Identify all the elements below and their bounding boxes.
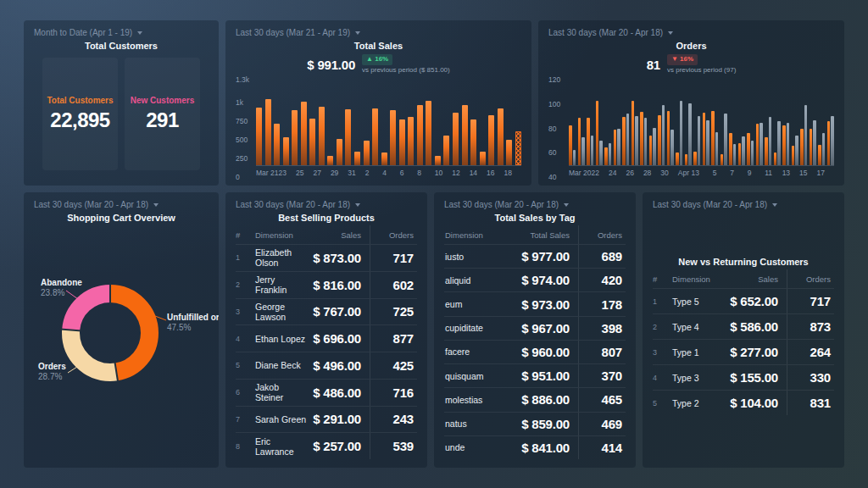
orders-bar-group[interactable] — [640, 80, 647, 165]
sales-bar[interactable] — [443, 136, 449, 165]
sales-bar[interactable] — [319, 107, 325, 165]
sales-bar[interactable] — [265, 99, 271, 165]
previous-period-bar[interactable] — [591, 136, 594, 165]
current-period-bar[interactable] — [800, 129, 804, 165]
orders-bar-group[interactable] — [792, 80, 798, 165]
orders-bar-group[interactable] — [703, 80, 709, 165]
orders-bar-group[interactable] — [782, 80, 789, 165]
current-period-bar[interactable] — [756, 124, 760, 165]
table-row[interactable]: quisquam$ 951.00370 — [444, 363, 626, 387]
previous-period-bar[interactable] — [617, 129, 620, 165]
table-row[interactable]: 1Elizabeth Olson$ 873.00717 — [236, 244, 417, 271]
previous-period-bar[interactable] — [751, 141, 754, 165]
current-period-bar[interactable] — [596, 101, 599, 165]
previous-period-bar[interactable] — [769, 117, 772, 165]
sales-bar[interactable] — [337, 139, 342, 165]
current-period-bar[interactable] — [622, 117, 626, 165]
previous-period-bar[interactable] — [635, 116, 638, 165]
previous-period-bar[interactable] — [733, 144, 737, 165]
previous-period-bar[interactable] — [653, 128, 656, 165]
previous-period-bar[interactable] — [688, 103, 692, 165]
sales-bar[interactable] — [354, 152, 360, 165]
current-period-bar[interactable] — [818, 145, 821, 165]
sales-bar[interactable] — [327, 156, 333, 165]
orders-bar-group[interactable] — [578, 80, 585, 165]
table-row[interactable]: 5Diane Beck$ 496.00425 — [236, 352, 417, 379]
table-row[interactable]: 5Type 2$ 104.00831 — [653, 390, 834, 415]
table-row[interactable]: 3Type 1$ 277.00264 — [653, 339, 834, 364]
sales-bar[interactable] — [515, 131, 521, 165]
current-period-bar[interactable] — [676, 152, 679, 165]
metric-card-total-customers[interactable]: Total Customers 22,895 — [42, 58, 118, 170]
sales-bar[interactable] — [408, 117, 414, 165]
previous-period-bar[interactable] — [777, 121, 781, 165]
sales-bar[interactable] — [506, 140, 512, 165]
orders-bar-group[interactable] — [729, 80, 736, 165]
table-row[interactable]: 6Jakob Steiner$ 486.00716 — [236, 379, 417, 406]
orders-bar-group[interactable] — [818, 80, 825, 165]
table-row[interactable]: facere$ 960.00807 — [444, 340, 626, 363]
orders-bar-group[interactable] — [649, 80, 656, 165]
current-period-bar[interactable] — [729, 133, 732, 165]
current-period-bar[interactable] — [765, 137, 768, 165]
table-row[interactable]: 7Sarah Green$ 291.00243 — [236, 406, 417, 433]
current-period-bar[interactable] — [711, 111, 715, 165]
orders-bar-group[interactable] — [774, 80, 781, 165]
table-row[interactable]: natus$ 859.00469 — [444, 412, 626, 435]
date-range-selector[interactable]: Month to Date (Apr 1 - 19) — [34, 27, 209, 39]
table-row[interactable]: 4Ethan Lopez$ 696.00877 — [236, 324, 417, 352]
orders-bar-group[interactable] — [614, 80, 620, 165]
sales-bar[interactable] — [417, 105, 423, 165]
table-row[interactable]: 3George Lawson$ 767.00725 — [236, 298, 417, 325]
sales-bar[interactable] — [364, 141, 370, 165]
current-period-bar[interactable] — [703, 113, 706, 165]
current-period-bar[interactable] — [587, 118, 590, 165]
current-period-bar[interactable] — [649, 136, 653, 165]
table-row[interactable]: 2Type 4$ 586.00873 — [653, 313, 834, 339]
sales-bar[interactable] — [462, 105, 468, 165]
sales-bar[interactable] — [372, 108, 378, 165]
orders-bar-group[interactable] — [800, 80, 807, 165]
sales-bar[interactable] — [488, 115, 494, 165]
metric-card-new-customers[interactable]: New Customers 291 — [125, 58, 200, 170]
orders-bar-group[interactable] — [587, 80, 593, 165]
orders-bar-group[interactable] — [632, 80, 638, 165]
previous-period-bar[interactable] — [822, 133, 826, 165]
sales-bar[interactable] — [435, 156, 441, 165]
table-row[interactable]: 8Eric Lawrance$ 257.00539 — [236, 432, 417, 459]
orders-bar-group[interactable] — [810, 80, 816, 165]
previous-period-bar[interactable] — [813, 120, 816, 165]
previous-period-bar[interactable] — [787, 123, 790, 166]
orders-bar-group[interactable] — [827, 80, 834, 165]
date-range-selector[interactable]: Last 30 days (Mar 20 - Apr 18) — [653, 199, 834, 211]
previous-period-bar[interactable] — [662, 105, 665, 165]
orders-bar-group[interactable] — [604, 80, 611, 165]
previous-period-bar[interactable] — [644, 118, 648, 165]
sales-bar[interactable] — [309, 119, 315, 165]
sales-bar[interactable] — [274, 124, 280, 165]
previous-period-bar[interactable] — [760, 123, 763, 166]
orders-bar-group[interactable] — [738, 80, 745, 165]
orders-bar-group[interactable] — [676, 80, 682, 165]
sales-bar[interactable] — [256, 108, 262, 165]
current-period-bar[interactable] — [685, 154, 688, 165]
orders-bar-group[interactable] — [711, 80, 718, 165]
sales-bar[interactable] — [345, 109, 351, 165]
table-row[interactable]: eum$ 973.00178 — [444, 291, 626, 315]
previous-period-bar[interactable] — [609, 143, 612, 166]
table-row[interactable]: 2Jerry Franklin$ 816.00602 — [236, 271, 417, 298]
current-period-bar[interactable] — [693, 152, 697, 165]
current-period-bar[interactable] — [792, 146, 795, 165]
previous-period-bar[interactable] — [626, 114, 630, 165]
previous-period-bar[interactable] — [831, 116, 834, 165]
previous-period-bar[interactable] — [599, 141, 603, 165]
orders-bar-group[interactable] — [596, 80, 603, 165]
table-row[interactable]: unde$ 841.00414 — [444, 435, 626, 459]
previous-period-bar[interactable] — [581, 137, 585, 165]
current-period-bar[interactable] — [738, 143, 742, 166]
previous-period-bar[interactable] — [715, 132, 719, 165]
orders-bar-group[interactable] — [658, 80, 665, 165]
table-row[interactable]: iusto$ 977.00689 — [444, 244, 626, 268]
current-period-bar[interactable] — [658, 115, 661, 165]
orders-bar-group[interactable] — [765, 80, 771, 165]
